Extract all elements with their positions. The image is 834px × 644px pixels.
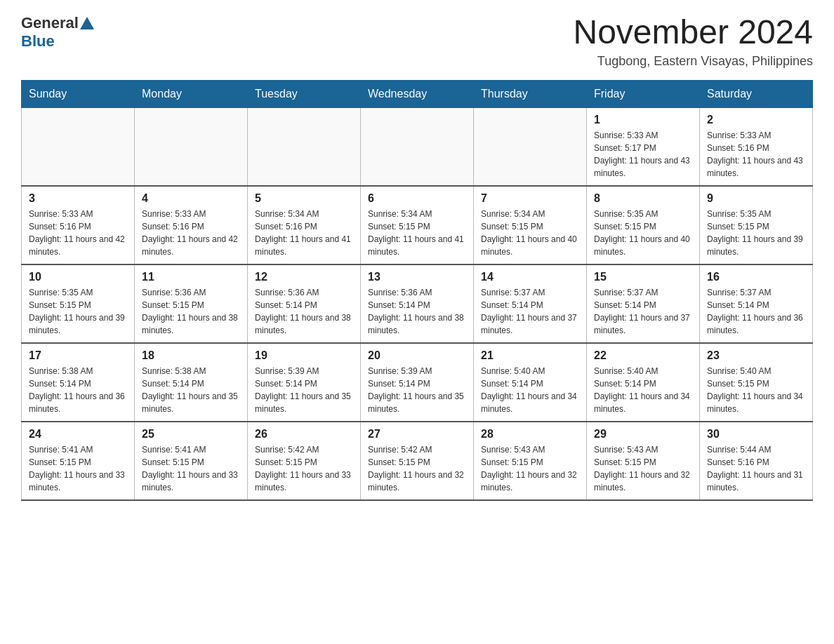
- day-info: Sunrise: 5:44 AMSunset: 5:16 PMDaylight:…: [707, 443, 805, 494]
- day-info: Sunrise: 5:34 AMSunset: 5:16 PMDaylight:…: [255, 208, 353, 258]
- day-info: Sunrise: 5:38 AMSunset: 5:14 PMDaylight:…: [142, 365, 240, 415]
- day-info: Sunrise: 5:40 AMSunset: 5:14 PMDaylight:…: [481, 365, 579, 415]
- day-number: 24: [29, 428, 127, 441]
- calendar-cell: 15Sunrise: 5:37 AMSunset: 5:14 PMDayligh…: [587, 264, 700, 343]
- day-number: 30: [707, 428, 805, 441]
- calendar-cell: 6Sunrise: 5:34 AMSunset: 5:15 PMDaylight…: [361, 186, 474, 264]
- header-wednesday: Wednesday: [361, 80, 474, 107]
- calendar-cell: 17Sunrise: 5:38 AMSunset: 5:14 PMDayligh…: [22, 343, 135, 422]
- day-info: Sunrise: 5:39 AMSunset: 5:14 PMDaylight:…: [255, 365, 353, 415]
- day-number: 13: [368, 271, 466, 283]
- header-friday: Friday: [587, 80, 700, 107]
- calendar-cell: 2Sunrise: 5:33 AMSunset: 5:16 PMDaylight…: [700, 107, 813, 186]
- calendar-cell: [248, 107, 361, 186]
- day-info: Sunrise: 5:34 AMSunset: 5:15 PMDaylight:…: [481, 208, 579, 258]
- day-number: 25: [142, 428, 240, 441]
- day-number: 5: [255, 192, 353, 205]
- calendar-cell: 19Sunrise: 5:39 AMSunset: 5:14 PMDayligh…: [248, 343, 361, 422]
- day-info: Sunrise: 5:34 AMSunset: 5:15 PMDaylight:…: [368, 208, 466, 258]
- header-sunday: Sunday: [22, 80, 135, 107]
- calendar-week-2: 3Sunrise: 5:33 AMSunset: 5:16 PMDaylight…: [22, 186, 813, 264]
- calendar-table: SundayMondayTuesdayWednesdayThursdayFrid…: [21, 80, 813, 501]
- title-block: November 2024 Tugbong, Eastern Visayas, …: [573, 14, 813, 69]
- day-info: Sunrise: 5:36 AMSunset: 5:14 PMDaylight:…: [368, 286, 466, 337]
- calendar-cell: 12Sunrise: 5:36 AMSunset: 5:14 PMDayligh…: [248, 264, 361, 343]
- day-info: Sunrise: 5:33 AMSunset: 5:16 PMDaylight:…: [707, 129, 805, 180]
- calendar-cell: 3Sunrise: 5:33 AMSunset: 5:16 PMDaylight…: [22, 186, 135, 264]
- day-info: Sunrise: 5:40 AMSunset: 5:14 PMDaylight:…: [594, 365, 692, 415]
- day-info: Sunrise: 5:35 AMSunset: 5:15 PMDaylight:…: [707, 208, 805, 258]
- calendar-cell: 7Sunrise: 5:34 AMSunset: 5:15 PMDaylight…: [474, 186, 587, 264]
- day-number: 9: [707, 192, 805, 205]
- day-number: 8: [594, 192, 692, 205]
- calendar-cell: 4Sunrise: 5:33 AMSunset: 5:16 PMDaylight…: [135, 186, 248, 264]
- calendar-week-3: 10Sunrise: 5:35 AMSunset: 5:15 PMDayligh…: [22, 264, 813, 343]
- day-info: Sunrise: 5:41 AMSunset: 5:15 PMDaylight:…: [29, 443, 127, 494]
- calendar-cell: 1Sunrise: 5:33 AMSunset: 5:17 PMDaylight…: [587, 107, 700, 186]
- calendar-cell: 22Sunrise: 5:40 AMSunset: 5:14 PMDayligh…: [587, 343, 700, 422]
- day-info: Sunrise: 5:37 AMSunset: 5:14 PMDaylight:…: [594, 286, 692, 337]
- day-number: 26: [255, 428, 353, 441]
- calendar-cell: 27Sunrise: 5:42 AMSunset: 5:15 PMDayligh…: [361, 422, 474, 500]
- day-info: Sunrise: 5:42 AMSunset: 5:15 PMDaylight:…: [255, 443, 353, 494]
- calendar-cell: 29Sunrise: 5:43 AMSunset: 5:15 PMDayligh…: [587, 422, 700, 500]
- calendar-cell: 8Sunrise: 5:35 AMSunset: 5:15 PMDaylight…: [587, 186, 700, 264]
- day-number: 14: [481, 271, 579, 283]
- day-info: Sunrise: 5:33 AMSunset: 5:17 PMDaylight:…: [594, 129, 692, 180]
- calendar-body: 1Sunrise: 5:33 AMSunset: 5:17 PMDaylight…: [22, 107, 813, 500]
- day-number: 17: [29, 349, 127, 362]
- day-number: 18: [142, 349, 240, 362]
- day-number: 6: [368, 192, 466, 205]
- header-monday: Monday: [135, 80, 248, 107]
- logo-triangle-icon: [80, 17, 94, 29]
- calendar-cell: 13Sunrise: 5:36 AMSunset: 5:14 PMDayligh…: [361, 264, 474, 343]
- calendar-cell: 11Sunrise: 5:36 AMSunset: 5:15 PMDayligh…: [135, 264, 248, 343]
- day-number: 16: [707, 271, 805, 283]
- day-number: 15: [594, 271, 692, 283]
- day-info: Sunrise: 5:41 AMSunset: 5:15 PMDaylight:…: [142, 443, 240, 494]
- day-info: Sunrise: 5:39 AMSunset: 5:14 PMDaylight:…: [368, 365, 466, 415]
- day-info: Sunrise: 5:33 AMSunset: 5:16 PMDaylight:…: [29, 208, 127, 258]
- calendar-cell: [361, 107, 474, 186]
- page-subtitle: Tugbong, Eastern Visayas, Philippines: [573, 54, 813, 69]
- calendar-cell: 18Sunrise: 5:38 AMSunset: 5:14 PMDayligh…: [135, 343, 248, 422]
- day-number: 22: [594, 349, 692, 362]
- calendar-week-4: 17Sunrise: 5:38 AMSunset: 5:14 PMDayligh…: [22, 343, 813, 422]
- calendar-week-1: 1Sunrise: 5:33 AMSunset: 5:17 PMDaylight…: [22, 107, 813, 186]
- day-info: Sunrise: 5:42 AMSunset: 5:15 PMDaylight:…: [368, 443, 466, 494]
- calendar-cell: 30Sunrise: 5:44 AMSunset: 5:16 PMDayligh…: [700, 422, 813, 500]
- calendar-cell: 23Sunrise: 5:40 AMSunset: 5:15 PMDayligh…: [700, 343, 813, 422]
- day-info: Sunrise: 5:36 AMSunset: 5:14 PMDaylight:…: [255, 286, 353, 337]
- day-number: 20: [368, 349, 466, 362]
- day-info: Sunrise: 5:38 AMSunset: 5:14 PMDaylight:…: [29, 365, 127, 415]
- day-info: Sunrise: 5:35 AMSunset: 5:15 PMDaylight:…: [29, 286, 127, 337]
- calendar-cell: 26Sunrise: 5:42 AMSunset: 5:15 PMDayligh…: [248, 422, 361, 500]
- header-tuesday: Tuesday: [248, 80, 361, 107]
- calendar-cell: 16Sunrise: 5:37 AMSunset: 5:14 PMDayligh…: [700, 264, 813, 343]
- calendar-cell: 5Sunrise: 5:34 AMSunset: 5:16 PMDaylight…: [248, 186, 361, 264]
- day-number: 10: [29, 271, 127, 283]
- calendar-cell: 28Sunrise: 5:43 AMSunset: 5:15 PMDayligh…: [474, 422, 587, 500]
- day-number: 27: [368, 428, 466, 441]
- calendar-cell: 20Sunrise: 5:39 AMSunset: 5:14 PMDayligh…: [361, 343, 474, 422]
- day-info: Sunrise: 5:43 AMSunset: 5:15 PMDaylight:…: [594, 443, 692, 494]
- day-info: Sunrise: 5:43 AMSunset: 5:15 PMDaylight:…: [481, 443, 579, 494]
- day-info: Sunrise: 5:37 AMSunset: 5:14 PMDaylight:…: [481, 286, 579, 337]
- day-info: Sunrise: 5:40 AMSunset: 5:15 PMDaylight:…: [707, 365, 805, 415]
- calendar-cell: 10Sunrise: 5:35 AMSunset: 5:15 PMDayligh…: [22, 264, 135, 343]
- page-title: November 2024: [573, 14, 813, 51]
- day-number: 4: [142, 192, 240, 205]
- page-header: General Blue November 2024 Tugbong, East…: [21, 14, 813, 69]
- day-info: Sunrise: 5:33 AMSunset: 5:16 PMDaylight:…: [142, 208, 240, 258]
- header-thursday: Thursday: [474, 80, 587, 107]
- calendar-cell: 24Sunrise: 5:41 AMSunset: 5:15 PMDayligh…: [22, 422, 135, 500]
- day-info: Sunrise: 5:35 AMSunset: 5:15 PMDaylight:…: [594, 208, 692, 258]
- day-number: 12: [255, 271, 353, 283]
- calendar-header-row: SundayMondayTuesdayWednesdayThursdayFrid…: [22, 80, 813, 107]
- day-number: 28: [481, 428, 579, 441]
- calendar-cell: 14Sunrise: 5:37 AMSunset: 5:14 PMDayligh…: [474, 264, 587, 343]
- day-number: 1: [594, 114, 692, 126]
- calendar-cell: 25Sunrise: 5:41 AMSunset: 5:15 PMDayligh…: [135, 422, 248, 500]
- day-number: 23: [707, 349, 805, 362]
- header-saturday: Saturday: [700, 80, 813, 107]
